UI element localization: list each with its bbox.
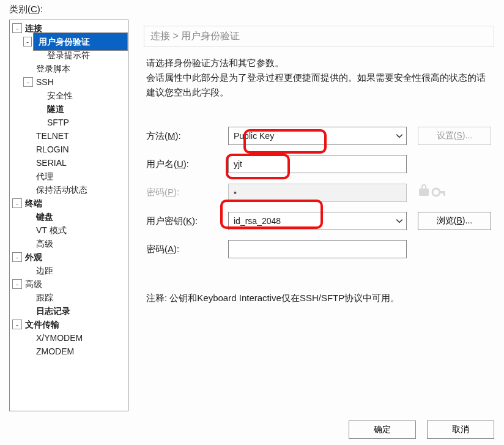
tree-advanced-term[interactable]: 高级 — [34, 237, 55, 250]
tree-keepalive[interactable]: 保持活动状态 — [34, 183, 89, 196]
tree-tunnel[interactable]: 隧道 — [45, 102, 66, 116]
password2-input[interactable] — [228, 240, 407, 258]
username-label: 用户名(U): — [144, 159, 228, 170]
expander-icon[interactable]: - — [12, 23, 22, 33]
tree-advanced[interactable]: 高级 — [23, 277, 44, 291]
tree-security[interactable]: 安全性 — [45, 89, 75, 102]
key-icon — [418, 183, 491, 202]
settings-button: 设置(S)... — [418, 127, 491, 145]
method-label: 方法(M): — [144, 130, 228, 142]
username-input[interactable]: yjt — [228, 155, 407, 173]
tree-xymodem[interactable]: X/YMODEM — [34, 331, 84, 345]
expander-icon[interactable]: - — [23, 77, 33, 87]
tree-appearance[interactable]: 外观 — [23, 250, 44, 264]
category-tree[interactable]: -连接 -用户身份验证 登录提示符 登录脚本 -SSH 安全性 隧道 SFTP … — [9, 20, 128, 411]
svg-rect-4 — [443, 191, 445, 196]
expander-icon[interactable]: - — [12, 252, 22, 262]
ok-button[interactable]: 确定 — [349, 421, 416, 439]
tree-telnet[interactable]: TELNET — [34, 129, 71, 143]
tree-user-auth[interactable]: 用户身份验证 — [33, 32, 128, 51]
page-description: 请选择身份验证方法和其它参数。 会话属性中此部分是为了登录过程更便捷而提供的。如… — [146, 56, 492, 100]
tree-proxy[interactable]: 代理 — [34, 170, 55, 183]
expander-icon[interactable]: - — [12, 320, 22, 329]
password-label: 密码(P): — [144, 187, 228, 198]
expander-icon[interactable]: - — [12, 279, 22, 289]
tree-keyboard[interactable]: 键盘 — [34, 210, 55, 223]
tree-login-script[interactable]: 登录脚本 — [34, 62, 72, 75]
cancel-button[interactable]: 取消 — [427, 421, 494, 439]
userkey-value: id_rsa_2048 — [234, 216, 281, 226]
tree-logging[interactable]: 日志记录 — [34, 304, 72, 318]
tree-zmodem[interactable]: ZMODEM — [34, 345, 76, 358]
userkey-combo[interactable]: id_rsa_2048 — [228, 212, 407, 230]
method-value: Public Key — [234, 131, 274, 141]
tree-trace[interactable]: 跟踪 — [34, 291, 55, 304]
tree-rlogin[interactable]: RLOGIN — [34, 143, 71, 156]
expander-icon[interactable]: - — [12, 198, 22, 208]
password-input: • — [228, 184, 407, 202]
userkey-label: 用户密钥(K): — [144, 215, 228, 227]
tree-terminal[interactable]: 终端 — [23, 196, 44, 210]
method-combo[interactable]: Public Key — [228, 127, 407, 145]
password2-label: 密码(A): — [144, 244, 228, 255]
category-label: 类别(C): — [9, 4, 43, 15]
tree-sftp[interactable]: SFTP — [45, 116, 71, 129]
expander-icon[interactable]: - — [23, 37, 32, 47]
tree-ssh[interactable]: SSH — [34, 75, 56, 89]
tree-file-transfer[interactable]: 文件传输 — [23, 318, 61, 331]
protocol-note: 注释: 公钥和Keyboard Interactive仅在SSH/SFTP协议中… — [144, 293, 494, 304]
browse-button[interactable]: 浏览(B)... — [418, 212, 491, 230]
breadcrumb: 连接 > 用户身份验证 — [144, 26, 494, 47]
tree-margin[interactable]: 边距 — [34, 264, 55, 277]
tree-serial[interactable]: SERIAL — [34, 156, 69, 170]
tree-vtmode[interactable]: VT 模式 — [34, 223, 69, 237]
